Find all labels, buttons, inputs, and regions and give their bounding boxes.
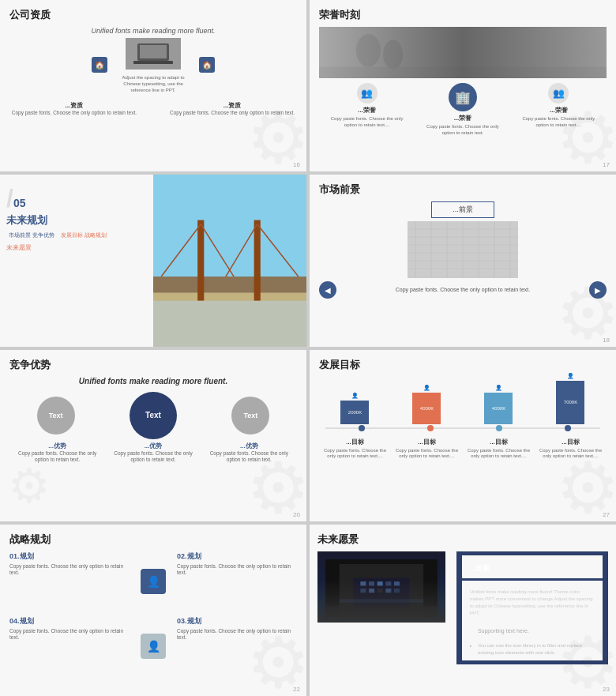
item-label-0: ...资质 bbox=[66, 101, 84, 110]
s3-num-blue: 05 bbox=[13, 197, 26, 209]
svg-rect-44 bbox=[385, 589, 391, 593]
building-placeholder-img bbox=[408, 221, 518, 278]
svg-rect-41 bbox=[360, 589, 366, 593]
bar-0: 2000K bbox=[340, 401, 369, 424]
slide-title-s2: 荣誉时刻 bbox=[319, 8, 607, 22]
svg-rect-36 bbox=[360, 581, 366, 585]
svg-rect-2 bbox=[133, 61, 173, 64]
icon-col-top: 👤 bbox=[137, 551, 170, 612]
vision-image bbox=[317, 551, 445, 623]
bar-2: 4000K bbox=[484, 393, 513, 424]
slide-number-s5: 20 bbox=[293, 511, 300, 518]
goal-desc-2: Copy paste fonts. Choose the only option… bbox=[467, 448, 530, 461]
svg-rect-37 bbox=[369, 581, 374, 585]
s3-number: / bbox=[6, 184, 13, 213]
slide-strategic-plan: 战略规划 01.规划 Copy paste fonts. Choose the … bbox=[0, 525, 306, 696]
slide-company-qualification: 公司资质 Unified fonts make reading more flu… bbox=[0, 0, 306, 171]
plan-num-1: 02.规划 bbox=[177, 551, 297, 562]
s6-bars-row: 👤 2000K 👤 4000K 👤 4000K 👤 bbox=[319, 377, 607, 424]
panel-bullet-0: You can use the icon library in to filte… bbox=[478, 642, 595, 656]
svg-rect-40 bbox=[394, 581, 400, 585]
text-panel: ...发展 Unified fonts make reading more fl… bbox=[456, 551, 608, 664]
plan-icon-bottom: 👤 bbox=[141, 634, 166, 659]
slide-number-s1: 16 bbox=[293, 161, 300, 168]
adv-desc-left: Copy paste fonts. Choose the only option… bbox=[11, 450, 103, 464]
plan-num-2: 03.规划 bbox=[177, 616, 297, 626]
prospect-box: ...前景 bbox=[431, 201, 494, 218]
goal-label-2: ...目标 bbox=[490, 438, 507, 446]
adjust-text-s1: Adjust the spacing to adapt to Chinese t… bbox=[114, 75, 193, 93]
svg-rect-4 bbox=[319, 27, 607, 78]
item-desc-1: Copy paste fonts. Choose the only option… bbox=[170, 110, 295, 116]
s3-tag-1: 发展目标 战略规划 bbox=[58, 231, 109, 240]
plan-desc-3: Copy paste fonts. Choose the only option… bbox=[9, 628, 130, 641]
s3-bridge-image bbox=[153, 175, 306, 346]
slide-number-s4: 18 bbox=[603, 337, 610, 344]
honor-desc-1: Copy paste fonts. Choose the only option… bbox=[419, 124, 505, 137]
honor-item-1: 🏢 ...荣誉 Copy paste fonts. Choose the onl… bbox=[419, 83, 505, 137]
bar-item-3: 👤 7000K bbox=[539, 373, 602, 424]
slide-title-s5: 竞争优势 bbox=[9, 358, 297, 372]
slide-development-goals: 发展目标 👤 2000K 👤 4000K 👤 4000K bbox=[310, 350, 616, 521]
nav-arrow-left[interactable]: ◀ bbox=[319, 281, 336, 299]
honor-label-0: ...荣誉 bbox=[358, 106, 376, 115]
bar-item-2: 👤 4000K bbox=[467, 385, 530, 424]
plan-desc-1: Copy paste fonts. Choose the only option… bbox=[177, 563, 297, 577]
house-icon-right: 🏠 bbox=[199, 57, 215, 73]
plan-icon-top: 👤 bbox=[141, 569, 166, 594]
slide-title-s1: 公司资质 bbox=[9, 8, 297, 22]
adv-desc-right: Copy paste fonts. Choose the only option… bbox=[203, 450, 295, 464]
svg-point-5 bbox=[356, 34, 381, 67]
goal-item-3: ...目标 Copy paste fonts. Choose the only … bbox=[539, 438, 602, 461]
svg-rect-43 bbox=[377, 589, 383, 593]
slide-number-s2: 17 bbox=[603, 161, 610, 168]
svg-rect-42 bbox=[369, 589, 374, 593]
svg-rect-38 bbox=[377, 581, 383, 585]
s3-tag-0: 市场前景 竞争优势 bbox=[6, 231, 57, 240]
bar-value-1: 4000K bbox=[420, 406, 434, 411]
goal-item-0: ...目标 Copy paste fonts. Choose the only … bbox=[323, 438, 386, 461]
slide-market-prospect: 市场前景 ...前景 bbox=[310, 175, 616, 346]
honor-desc-2: Copy paste fonts. Choose the only option… bbox=[516, 116, 602, 129]
circle-right: Text bbox=[231, 397, 269, 435]
icon-col-bottom: 👤 bbox=[137, 616, 170, 677]
goal-label-1: ...目标 bbox=[418, 438, 435, 446]
goal-desc-3: Copy paste fonts. Choose the only option… bbox=[539, 448, 602, 461]
honor-item-2: 👥 ...荣誉 Copy paste fonts. Choose the onl… bbox=[516, 83, 602, 129]
svg-rect-11 bbox=[197, 220, 204, 301]
plan-item-2: 03.规划 Copy paste fonts. Choose the only … bbox=[174, 616, 297, 677]
bar-item-1: 👤 4000K bbox=[395, 385, 458, 424]
plan-item-1: 02.规划 Copy paste fonts. Choose the only … bbox=[174, 551, 297, 612]
honors-row: 👥 ...荣誉 Copy paste fonts. Choose the onl… bbox=[319, 83, 607, 137]
s3-tags: 市场前景 竞争优势 发展目标 战略规划 bbox=[6, 231, 147, 240]
laptop-image bbox=[126, 38, 181, 70]
plan-num-3: 04.规划 bbox=[9, 616, 130, 626]
item-label-1: ...资质 bbox=[223, 101, 242, 110]
adv-label-mid: ...优势 bbox=[107, 442, 199, 450]
plan-item-0: 01.规划 Copy paste fonts. Choose the only … bbox=[9, 551, 133, 612]
house-icon-left: 🏠 bbox=[92, 57, 107, 73]
svg-rect-47 bbox=[340, 599, 423, 602]
svg-rect-17 bbox=[153, 301, 306, 347]
s4-desc: Copy paste fonts. Choose the only option… bbox=[336, 286, 589, 294]
slide-title-s4: 市场前景 bbox=[319, 182, 607, 197]
honor-desc-0: Copy paste fonts. Choose the only option… bbox=[324, 116, 410, 129]
slide-future-plan: / 05 未来规划 市场前景 竞争优势 发展目标 战略规划 未来愿景 bbox=[0, 175, 306, 346]
panel-title: ...发展 bbox=[462, 555, 603, 578]
bar-value-3: 7000K bbox=[564, 400, 577, 404]
building-icon-big: 🏢 bbox=[449, 83, 477, 111]
panel-bullets: You can use the icon library in to filte… bbox=[478, 642, 595, 656]
bar-3: 7000K bbox=[556, 381, 584, 424]
svg-point-6 bbox=[383, 40, 403, 69]
slide-honor-moment: 荣誉时刻 👥 ...荣誉 Copy paste fonts. Choose th… bbox=[310, 0, 616, 171]
svg-rect-39 bbox=[385, 581, 391, 585]
svg-rect-35 bbox=[353, 577, 409, 617]
people-icon-0: 👥 bbox=[357, 83, 377, 103]
nav-arrow-right[interactable]: ▶ bbox=[589, 281, 607, 299]
bar-person-0: 👤 bbox=[351, 393, 359, 399]
goal-label-3: ...目标 bbox=[562, 438, 579, 446]
s3-main-title: 未来规划 bbox=[6, 213, 147, 228]
svg-rect-1 bbox=[140, 45, 167, 58]
goal-desc-0: Copy paste fonts. Choose the only option… bbox=[323, 448, 386, 461]
plan-desc-2: Copy paste fonts. Choose the only option… bbox=[177, 628, 297, 641]
